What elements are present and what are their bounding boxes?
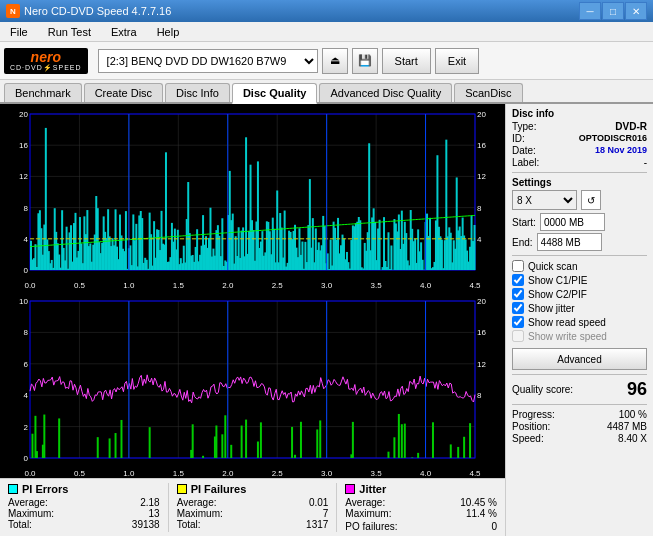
title-bar: N Nero CD-DVD Speed 4.7.7.16 ─ □ ✕: [0, 0, 653, 22]
jitter-max-value: 11.4 %: [466, 508, 497, 519]
jitter-color-box: [345, 484, 355, 494]
tab-disc-info[interactable]: Disc Info: [165, 83, 230, 102]
right-panel: Disc info Type: DVD-R ID: OPTODISCR016 D…: [505, 104, 653, 536]
main-content: PI Errors Average: 2.18 Maximum: 13 Tota…: [0, 104, 653, 536]
charts-and-stats: PI Errors Average: 2.18 Maximum: 13 Tota…: [0, 104, 505, 536]
speed-select[interactable]: 8 X: [512, 190, 577, 210]
tab-advanced-disc-quality[interactable]: Advanced Disc Quality: [319, 83, 452, 102]
settings-title: Settings: [512, 177, 647, 188]
id-value: OPTODISCR016: [579, 133, 647, 144]
pi-errors-avg-value: 2.18: [140, 497, 159, 508]
id-label: ID:: [512, 133, 525, 144]
end-input[interactable]: [537, 233, 602, 251]
progress-section: Progress: 100 % Position: 4487 MB Speed:…: [512, 409, 647, 444]
pi-failures-color-box: [177, 484, 187, 494]
pi-failures-total-label: Total:: [177, 519, 201, 530]
pi-failures-avg-value: 0.01: [309, 497, 328, 508]
show-c1-pie-label: Show C1/PIE: [528, 275, 587, 286]
tab-scan-disc[interactable]: ScanDisc: [454, 83, 522, 102]
pi-failures-label: PI Failures: [191, 483, 247, 495]
advanced-button[interactable]: Advanced: [512, 348, 647, 370]
position-value: 4487 MB: [607, 421, 647, 432]
pi-failures-stat: PI Failures Average: 0.01 Maximum: 7 Tot…: [169, 483, 338, 532]
show-jitter-checkbox[interactable]: [512, 302, 524, 314]
toolbar: nero CD·DVD⚡SPEED [2:3] BENQ DVD DD DW16…: [0, 42, 653, 80]
checkboxes-section: Quick scan Show C1/PIE Show C2/PIF Show …: [512, 260, 647, 342]
quality-section: Quality score: 96: [512, 379, 647, 400]
refresh-button[interactable]: ↺: [581, 190, 601, 210]
jitter-stat: Jitter Average: 10.45 % Maximum: 11.4 % …: [337, 483, 497, 532]
disc-label-value: -: [644, 157, 647, 168]
po-failures-label: PO failures:: [345, 521, 397, 532]
date-value: 18 Nov 2019: [595, 145, 647, 156]
quality-score-value: 96: [627, 379, 647, 400]
bottom-stats: PI Errors Average: 2.18 Maximum: 13 Tota…: [0, 478, 505, 536]
pi-errors-total-value: 39138: [132, 519, 160, 530]
tabs: Benchmark Create Disc Disc Info Disc Qua…: [0, 80, 653, 104]
tab-disc-quality[interactable]: Disc Quality: [232, 83, 318, 104]
pi-errors-color-box: [8, 484, 18, 494]
pi-errors-max-label: Maximum:: [8, 508, 54, 519]
title-bar-text: Nero CD-DVD Speed 4.7.7.16: [24, 5, 171, 17]
jitter-label: Jitter: [359, 483, 386, 495]
menu-extra[interactable]: Extra: [105, 24, 143, 40]
menu-help[interactable]: Help: [151, 24, 186, 40]
disc-info-section: Disc info Type: DVD-R ID: OPTODISCR016 D…: [512, 108, 647, 168]
pi-errors-label: PI Errors: [22, 483, 68, 495]
minimize-button[interactable]: ─: [579, 2, 601, 20]
show-c2-pif-label: Show C2/PIF: [528, 289, 587, 300]
lower-chart: [0, 291, 505, 478]
type-label: Type:: [512, 121, 536, 132]
show-jitter-label: Show jitter: [528, 303, 575, 314]
type-value: DVD-R: [615, 121, 647, 132]
eject-button[interactable]: ⏏: [322, 48, 348, 74]
disc-info-title: Disc info: [512, 108, 647, 119]
show-c1-pie-checkbox[interactable]: [512, 274, 524, 286]
settings-section: Settings 8 X ↺ Start: End:: [512, 177, 647, 251]
start-input[interactable]: [540, 213, 605, 231]
menu-run-test[interactable]: Run Test: [42, 24, 97, 40]
jitter-max-label: Maximum:: [345, 508, 391, 519]
jitter-avg-value: 10.45 %: [460, 497, 497, 508]
tab-create-disc[interactable]: Create Disc: [84, 83, 163, 102]
pi-failures-total-value: 1317: [306, 519, 328, 530]
quality-score-label: Quality score:: [512, 384, 573, 395]
upper-chart: [0, 104, 505, 290]
show-write-speed-checkbox[interactable]: [512, 330, 524, 342]
pi-errors-avg-label: Average:: [8, 497, 48, 508]
menu-bar: File Run Test Extra Help: [0, 22, 653, 42]
disc-label-label: Label:: [512, 157, 539, 168]
stats-grid: PI Errors Average: 2.18 Maximum: 13 Tota…: [8, 483, 497, 532]
tab-benchmark[interactable]: Benchmark: [4, 83, 82, 102]
progress-label: Progress:: [512, 409, 555, 420]
show-write-speed-label: Show write speed: [528, 331, 607, 342]
title-bar-buttons: ─ □ ✕: [579, 2, 647, 20]
pi-failures-max-value: 7: [323, 508, 329, 519]
position-label: Position:: [512, 421, 550, 432]
maximize-button[interactable]: □: [602, 2, 624, 20]
end-label: End:: [512, 237, 533, 248]
app-icon: N: [6, 4, 20, 18]
progress-value: 100 %: [619, 409, 647, 420]
start-button[interactable]: Start: [382, 48, 431, 74]
divider-3: [512, 374, 647, 375]
nero-logo: nero CD·DVD⚡SPEED: [4, 48, 88, 74]
pi-failures-max-label: Maximum:: [177, 508, 223, 519]
divider-1: [512, 172, 647, 173]
speed-label: Speed:: [512, 433, 544, 444]
po-failures-value: 0: [491, 521, 497, 532]
speed-value: 8.40 X: [618, 433, 647, 444]
divider-2: [512, 255, 647, 256]
exit-button[interactable]: Exit: [435, 48, 479, 74]
show-c2-pif-checkbox[interactable]: [512, 288, 524, 300]
pi-failures-avg-label: Average:: [177, 497, 217, 508]
show-read-speed-label: Show read speed: [528, 317, 606, 328]
drive-select[interactable]: [2:3] BENQ DVD DD DW1620 B7W9: [98, 49, 318, 73]
menu-file[interactable]: File: [4, 24, 34, 40]
save-button[interactable]: 💾: [352, 48, 378, 74]
jitter-avg-label: Average:: [345, 497, 385, 508]
quick-scan-checkbox[interactable]: [512, 260, 524, 272]
pi-errors-stat: PI Errors Average: 2.18 Maximum: 13 Tota…: [8, 483, 169, 532]
show-read-speed-checkbox[interactable]: [512, 316, 524, 328]
close-button[interactable]: ✕: [625, 2, 647, 20]
